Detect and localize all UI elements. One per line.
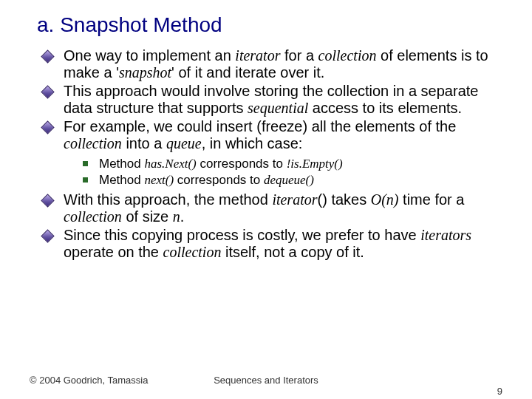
bullet-list-level1: One way to implement an iterator for a c… (37, 47, 502, 261)
slide-container: a. Snapshot Method One way to implement … (0, 0, 532, 399)
footer-page-number: 9 (497, 386, 502, 397)
bullet-list-level2: Method has.Next() corresponds to !is.Emp… (64, 157, 502, 187)
slide-title: a. Snapshot Method (37, 13, 502, 37)
bullet-item: For example, we could insert (freeze) al… (64, 118, 502, 187)
bullet-item: Since this copying process is costly, we… (64, 227, 502, 261)
slide-footer: © 2004 Goodrich, Tamassia Sequences and … (0, 375, 532, 386)
bullet-item: One way to implement an iterator for a c… (64, 47, 502, 81)
footer-copyright: © 2004 Goodrich, Tamassia (30, 375, 148, 386)
bullet-item: This approach would involve storing the … (64, 83, 502, 117)
slide-content: One way to implement an iterator for a c… (37, 47, 502, 261)
sub-bullet-item: Method next() corresponds to dequeue() (99, 173, 502, 188)
sub-bullet-item: Method has.Next() corresponds to !is.Emp… (99, 157, 502, 171)
bullet-item: With this approach, the method iterator(… (64, 191, 502, 225)
